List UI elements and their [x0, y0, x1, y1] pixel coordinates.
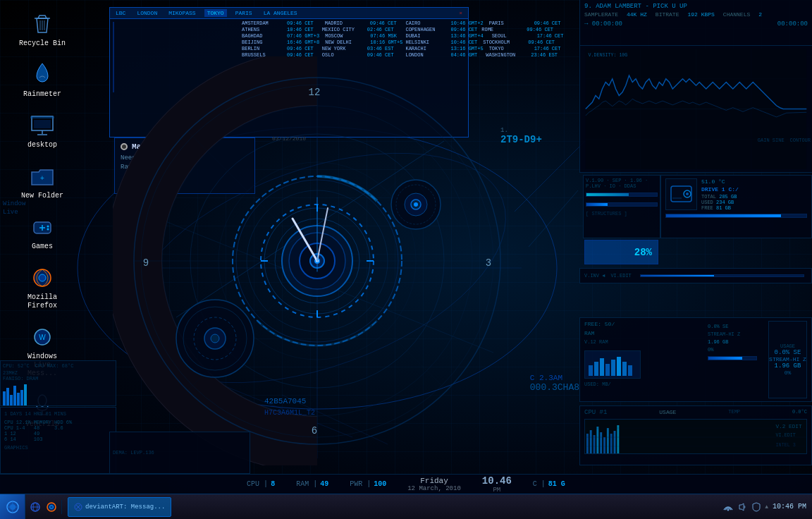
taskbar-item-deviantart[interactable]: deviantART: Messag...	[68, 497, 171, 517]
ram-free-label: FREE: 50/	[584, 321, 703, 327]
cpu-stat-val: 8	[271, 480, 275, 488]
mhz-stat: 23MHZ	[3, 370, 113, 376]
rainmeter-label: Rainmeter	[23, 90, 61, 99]
city-cairo: CAIRO 10:46 GMT+2 PARIS 09:46 CET	[405, 20, 566, 26]
svg-rect-107	[607, 428, 609, 453]
ram-bar	[708, 356, 757, 360]
svg-text:VI.EDIT: VI.EDIT	[776, 432, 796, 438]
radar-widget: 12 3 6 9	[113, 56, 522, 465]
cpu-widget: CPU #1 USAGE TEMP 0.0°C V.2 EDIT VI.EDIT…	[579, 405, 812, 465]
svg-text:H7C3A6M1L_T2: H7C3A6M1L_T2	[264, 409, 315, 417]
desktop-label: desktop	[27, 141, 57, 149]
right-extra-1: V.1.90 · SEP · 1.96 · P.LHV · IO · DDAS …	[583, 175, 660, 238]
ql-ie-icon[interactable]	[28, 500, 42, 514]
pwr-stat: PWR | 100	[350, 480, 386, 488]
bdata-1: DEMA: LEVP.136	[113, 450, 154, 456]
fan-stat: FANISO: DRAM	[3, 376, 113, 381]
wc-tab-miko[interactable]: MIKOPASS	[166, 9, 198, 17]
usage-val2: STREAM-HI Z	[769, 356, 806, 362]
cpu-temp-label: TEMP	[728, 409, 740, 416]
svg-rect-99	[628, 365, 632, 376]
svg-rect-14	[30, 116, 54, 118]
drive-total: TOTAL 285 GB	[701, 194, 739, 200]
progress-percent: 28%	[634, 247, 652, 258]
city-dubai: DUBAI 13:46 GMT+4 SEOUL 17:46 CET	[405, 33, 566, 39]
c-stat-val: 81 G	[548, 480, 565, 488]
time-display: 10.46 PM	[482, 475, 512, 494]
contour-label: CONTOUR	[790, 138, 811, 143]
bitrate-val: 192 KBPS	[687, 11, 714, 18]
svg-rect-97	[617, 357, 621, 376]
channels-val: 2	[758, 11, 762, 18]
city-beijing: BEIJING 16:46 GMT+8 NEW DELHI 10:16 GMT+…	[242, 39, 402, 45]
security-tray-icon[interactable]	[751, 501, 762, 513]
extra1-bar2	[586, 202, 658, 207]
vi-edit-label: VI.EDIT	[610, 273, 631, 279]
drive-progress	[665, 214, 807, 218]
recycle-bin-icon[interactable]: Recycle Bin	[14, 7, 70, 52]
ql-firefox-icon[interactable]	[44, 500, 59, 514]
svg-point-77	[414, 202, 418, 207]
wc-tab-tokyo[interactable]: TOKYO	[204, 9, 227, 17]
ram-total: V.12 RAM	[584, 339, 703, 345]
vinv-controls: V.INV ◄ VI.EDIT	[579, 268, 812, 283]
uptime-mins: 01 MINS	[45, 411, 66, 417]
svg-point-23	[47, 228, 49, 231]
usage-val3: 1.96 GB	[775, 362, 801, 370]
svg-text:+: +	[40, 174, 44, 182]
music-time-end: 00:00:00	[777, 20, 808, 28]
vinv-bar	[640, 274, 804, 277]
wc-tab-london[interactable]: LONDON	[134, 9, 160, 17]
volume-tray-icon[interactable]	[737, 501, 748, 513]
wc-tab-lbc[interactable]: LBC	[113, 9, 128, 17]
sys-bar-chart	[3, 384, 113, 405]
taskbar-clock: 10:46 PM	[773, 502, 806, 511]
live-label: Live	[3, 209, 113, 217]
wc-tab-la[interactable]: LA ANGELES	[261, 9, 300, 17]
desktop-icon[interactable]: desktop	[14, 109, 70, 154]
vinv-label: V.INV ◄	[584, 273, 605, 279]
channels-label: CHANNELS	[723, 11, 750, 18]
network-tray-icon[interactable]	[722, 501, 734, 513]
taskbar: deviantART: Messag...	[0, 494, 812, 519]
taskbar-right: ▲ 10:46 PM	[717, 501, 812, 513]
music-widget: 9. ADAM LAMBERT - PICK U UP SAMPLERATE 4…	[579, 0, 812, 46]
drive-free: FREE 81 GB	[701, 205, 739, 211]
rainmeter-icon[interactable]: Rainmeter	[14, 58, 70, 103]
extra1-label: V.1.90 · SEP · 1.96 · P.LHV · IO · DDAS	[586, 178, 658, 189]
blue-progress-block: 28%	[584, 240, 658, 264]
pwr-stat-label: PWR |	[350, 480, 371, 488]
svg-point-25	[39, 274, 46, 281]
svg-rect-105	[600, 432, 602, 453]
drive-widget: 51.0 °C DRIVE 1 C:/ TOTAL 285 GB USED 23…	[660, 175, 812, 238]
svg-rect-101	[586, 434, 589, 453]
hdd-icon	[665, 178, 697, 210]
bottom-center-widget: DEMA: LEVP.136	[109, 432, 250, 474]
usage-val1: 0.0% SE	[775, 349, 801, 356]
radar-svg: 12 3 6 9	[113, 56, 522, 465]
c-stat: C | 81 G	[533, 480, 565, 488]
start-button[interactable]	[0, 494, 25, 520]
wc-tab-paris[interactable]: PARIS	[233, 9, 255, 17]
cpu-max-stat: CPU MAX: 68°C	[35, 363, 74, 369]
firefox-icon[interactable]: Mozilla Firefox	[14, 261, 70, 315]
ram-stat-val: 49	[320, 480, 328, 488]
samplerate-val: 44K HZ	[627, 11, 647, 18]
cpu-stat: CPU | 8	[247, 480, 275, 488]
svg-point-22	[47, 226, 49, 228]
audio-graph-svg: V.DENSITY: 10G	[583, 49, 809, 169]
window-label: Window	[3, 200, 113, 209]
graphics-label: GRAPHICS	[3, 444, 113, 452]
city-copenhagen: COPENHAGEN 09:46 CET ROME 09:46 CET	[405, 27, 566, 32]
wc-header: LBC LONDON MIKOPASS TOKYO PARIS LA ANGEL…	[110, 8, 468, 19]
left-panel: Window Live	[0, 197, 116, 219]
readout-val1: 1.	[500, 127, 542, 134]
firefox-label: Mozilla Firefox	[18, 293, 66, 310]
svg-rect-106	[603, 437, 605, 453]
svg-rect-109	[614, 431, 616, 453]
drive-label: DRIVE 1 C:/	[701, 186, 739, 193]
svg-point-125	[50, 505, 54, 508]
city-berlin: BERLIN 09:46 CET NEW YORK 03:46 EST	[242, 46, 402, 51]
wc-close-btn[interactable]: ×	[456, 9, 465, 17]
svg-rect-17	[34, 120, 51, 128]
